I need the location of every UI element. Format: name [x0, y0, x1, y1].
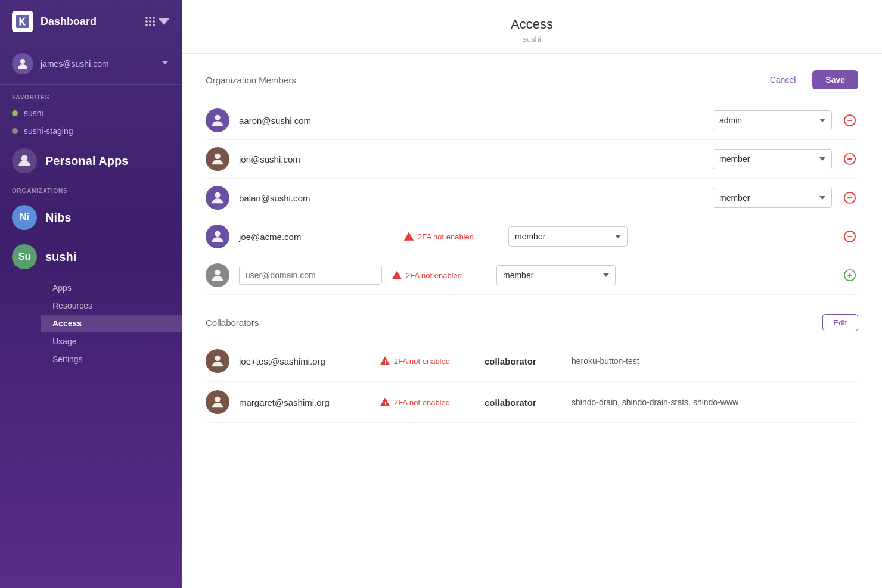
avatar [206, 349, 229, 373]
avatar [206, 390, 229, 414]
sidebar-item-sushi-staging[interactable]: sushi-staging [0, 122, 182, 140]
new-member-row: ! 2FA not enabled adminmemberviewer [206, 256, 858, 295]
sidebar-item-label: sushi-staging [24, 126, 73, 136]
member-email: jon@sushi.com [239, 154, 394, 164]
personal-apps-label: Personal Apps [45, 154, 128, 168]
tfa-label: 2FA not enabled [394, 357, 450, 366]
org-label: sushi [45, 250, 76, 264]
collab-apps: heroku-button-test [572, 356, 639, 366]
edit-button[interactable]: Edit [822, 314, 858, 331]
table-row: joe+test@sashimi.org ! 2FA not enabled c… [206, 341, 858, 382]
favorites-label: FAVORITES [0, 85, 182, 104]
sidebar-title: Dashboard [41, 15, 139, 28]
new-email-input[interactable] [239, 266, 382, 285]
svg-point-8 [149, 24, 151, 26]
svg-point-7 [145, 24, 148, 26]
main-content: Access sushi Organization Members Cancel… [182, 0, 882, 588]
sidebar-item-settings[interactable]: Settings [41, 350, 182, 368]
org-label: Nibs [45, 211, 71, 225]
collab-role: collaborator [485, 397, 562, 407]
sidebar-org-nibs[interactable]: Ni Nibs [0, 198, 182, 237]
svg-point-4 [145, 20, 148, 23]
user-email: james@sushi.com [41, 59, 160, 69]
sidebar-item-label: sushi [24, 108, 44, 118]
cancel-button[interactable]: Cancel [760, 70, 806, 89]
org-avatar: Ni [12, 205, 37, 230]
avatar [206, 108, 229, 132]
avatar [12, 53, 33, 74]
tfa-label: 2FA not enabled [406, 271, 462, 280]
collab-email: margaret@sashimi.org [239, 397, 370, 407]
svg-point-6 [153, 20, 155, 23]
tfa-warning: ! 2FA not enabled [403, 231, 499, 242]
role-select[interactable]: adminmemberviewer [496, 265, 616, 285]
warning-icon: ! [380, 397, 390, 407]
avatar [206, 186, 229, 210]
sidebar-header: Dashboard [0, 0, 182, 43]
svg-point-25 [215, 270, 220, 275]
svg-point-32 [215, 397, 220, 402]
org-avatar: Su [12, 244, 37, 269]
member-email: aaron@sushi.com [239, 116, 394, 126]
table-row: balan@sushi.com adminmemberviewer [206, 179, 858, 217]
remove-member-button[interactable] [841, 151, 858, 167]
remove-member-button[interactable] [841, 189, 858, 206]
svg-point-30 [215, 356, 220, 361]
collab-email: joe+test@sashimi.org [239, 356, 370, 366]
sidebar-item-access[interactable]: Access [41, 315, 182, 332]
org-members-actions: Cancel Save [760, 70, 858, 89]
svg-point-18 [215, 192, 220, 198]
svg-text:!: ! [384, 401, 386, 406]
table-row: jon@sushi.com adminmemberviewer [206, 140, 858, 179]
svg-point-15 [215, 154, 220, 159]
svg-text:!: ! [408, 235, 410, 241]
warning-icon: ! [392, 270, 402, 281]
svg-point-3 [153, 17, 155, 19]
tfa-label: 2FA not enabled [418, 232, 474, 241]
table-row: joe@acme.com ! 2FA not enabled adminmemb… [206, 217, 858, 256]
tfa-warning: ! 2FA not enabled [380, 397, 475, 407]
remove-member-button[interactable] [841, 228, 858, 245]
avatar [206, 147, 229, 171]
role-select[interactable]: adminmemberviewer [508, 226, 628, 247]
add-member-button[interactable] [841, 267, 858, 284]
sidebar-item-sushi[interactable]: sushi [0, 104, 182, 122]
role-select[interactable]: adminmemberviewer [713, 188, 832, 208]
member-email: balan@sushi.com [239, 193, 394, 203]
sidebar-item-resources[interactable]: Resources [41, 297, 182, 315]
status-dot [12, 110, 18, 116]
user-menu[interactable]: james@sushi.com [0, 43, 182, 85]
save-button[interactable]: Save [812, 70, 858, 89]
tfa-warning: ! 2FA not enabled [392, 270, 487, 281]
collab-role: collaborator [485, 356, 562, 366]
role-select[interactable]: adminmemberviewer [713, 149, 832, 169]
collab-apps: shindo-drain, shindo-drain-stats, shindo… [572, 397, 738, 407]
sidebar-personal-apps[interactable]: Personal Apps [0, 140, 182, 182]
content-area: Organization Members Cancel Save aaron@s… [182, 54, 882, 440]
svg-point-5 [149, 20, 151, 23]
svg-point-12 [215, 115, 220, 120]
tfa-warning: ! 2FA not enabled [380, 356, 475, 366]
svg-text:!: ! [396, 274, 398, 279]
svg-point-11 [21, 155, 28, 161]
heroku-logo [12, 11, 33, 32]
personal-apps-avatar [12, 148, 37, 173]
chevron-down-icon [160, 58, 170, 70]
svg-point-2 [149, 17, 151, 19]
page-header: Access sushi [182, 0, 882, 54]
sidebar-org-sushi[interactable]: Su sushi [0, 237, 182, 276]
status-dot [12, 128, 18, 134]
table-row: aaron@sushi.com adminmemberviewer [206, 101, 858, 140]
svg-point-9 [153, 24, 155, 26]
sidebar-item-usage[interactable]: Usage [41, 332, 182, 350]
avatar [206, 225, 229, 248]
role-select[interactable]: adminmemberviewer [713, 110, 832, 130]
grid-icon[interactable] [144, 15, 170, 27]
sidebar: Dashboard james@sushi.com FAVORITES sush… [0, 0, 182, 588]
remove-member-button[interactable] [841, 112, 858, 129]
warning-icon: ! [403, 231, 414, 242]
sidebar-item-apps[interactable]: Apps [41, 279, 182, 297]
table-row: margaret@sashimi.org ! 2FA not enabled c… [206, 382, 858, 423]
member-email: joe@acme.com [239, 232, 394, 242]
svg-point-21 [215, 231, 220, 237]
